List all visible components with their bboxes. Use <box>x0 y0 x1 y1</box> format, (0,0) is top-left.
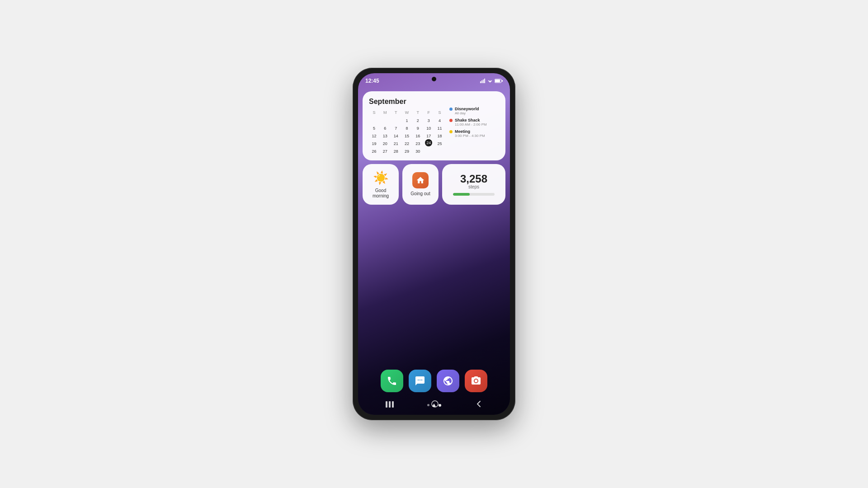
cal-day-7: 7 <box>391 124 401 131</box>
phone-screen: 12:45 September S M T W <box>358 73 510 415</box>
weather-widget[interactable]: ☀️ Good morning <box>363 164 399 205</box>
messages-svg <box>415 375 425 386</box>
calendar-left: September S M T W T F S 1 <box>369 98 445 154</box>
dock-messages-icon[interactable] <box>409 370 431 392</box>
bixby-widget[interactable]: Going out <box>402 164 439 205</box>
cal-day-15: 15 <box>401 131 412 139</box>
event-info-2: Shake Shack 11:00 AM - 2:00 PM <box>455 118 499 127</box>
nav-recents-button[interactable] <box>382 397 397 413</box>
day-header-f: F <box>424 109 434 116</box>
nav-back-button[interactable] <box>472 396 486 414</box>
wifi-icon <box>487 79 493 83</box>
event-disneyworld: Disneyworld All day <box>449 107 499 115</box>
day-header-m: M <box>380 109 390 116</box>
event-time-2: 11:00 AM - 2:00 PM <box>455 122 499 127</box>
svg-point-11 <box>432 401 438 407</box>
cal-day-19: 19 <box>369 139 379 146</box>
svg-rect-1 <box>481 80 482 83</box>
cal-day-8: 8 <box>401 124 412 131</box>
cal-day-27: 27 <box>380 147 390 154</box>
svg-rect-9 <box>389 401 391 408</box>
cal-day-1: 1 <box>401 116 412 123</box>
cal-day-17: 17 <box>424 131 434 139</box>
event-time-3: 3:00 PM - 4:30 PM <box>455 134 499 138</box>
event-info-3: Meeting 3:00 PM - 4:30 PM <box>455 129 499 138</box>
day-header-t2: T <box>413 109 423 116</box>
cal-empty-3 <box>391 116 401 123</box>
cal-day-11: 11 <box>434 124 445 131</box>
cal-day-26: 26 <box>369 147 379 154</box>
recents-svg <box>386 401 394 408</box>
status-bar: 12:45 <box>358 73 510 86</box>
home-content: September S M T W T F S 1 <box>358 87 510 415</box>
day-header-t1: T <box>391 109 401 116</box>
event-title-3: Meeting <box>455 129 499 134</box>
event-dot-1 <box>449 108 453 111</box>
widgets-row: ☀️ Good morning Going out 3,258 steps <box>363 164 505 205</box>
battery-icon <box>495 79 503 83</box>
cal-day-6: 6 <box>380 124 390 131</box>
camera-svg <box>471 375 481 386</box>
bixby-label: Going out <box>410 191 430 197</box>
sun-icon: ☀️ <box>373 170 389 185</box>
status-time: 12:45 <box>365 78 379 84</box>
cal-day-16: 16 <box>413 131 423 139</box>
home-svg <box>416 176 425 185</box>
dock-browser-icon[interactable] <box>437 370 459 392</box>
cal-day-21: 21 <box>391 139 401 146</box>
cal-day-2: 2 <box>413 116 423 123</box>
cal-empty-4 <box>424 147 434 154</box>
cal-grid: S M T W T F S 1 2 3 4 <box>369 109 445 154</box>
event-title-2: Shake Shack <box>455 118 499 122</box>
cal-day-24-today: 24 <box>425 139 432 146</box>
dock-camera-icon[interactable] <box>465 370 487 392</box>
svg-rect-0 <box>480 81 481 83</box>
cal-day-10: 10 <box>424 124 434 131</box>
cal-day-18: 18 <box>434 131 445 139</box>
svg-rect-6 <box>502 80 503 82</box>
cal-empty-1 <box>369 116 379 123</box>
steps-progress-bar-fill <box>453 193 470 196</box>
svg-point-7 <box>475 380 477 382</box>
cal-day-14: 14 <box>391 131 401 139</box>
event-info-1: Disneyworld All day <box>455 107 499 115</box>
steps-widget[interactable]: 3,258 steps <box>442 164 505 205</box>
svg-rect-3 <box>484 79 485 83</box>
cal-day-28: 28 <box>391 147 401 154</box>
calendar-events: Disneyworld All day Shake Shack 11:00 AM… <box>449 98 499 154</box>
event-dot-2 <box>449 119 453 122</box>
svg-rect-8 <box>386 401 387 408</box>
cal-day-22: 22 <box>401 139 412 146</box>
camera-hole <box>432 77 436 81</box>
event-time-1: All day <box>455 111 499 115</box>
steps-count: 3,258 <box>460 174 487 184</box>
cal-empty-5 <box>434 147 445 154</box>
phone-svg <box>387 375 397 386</box>
home-nav-svg <box>431 400 439 408</box>
calendar-month: September <box>369 98 445 106</box>
event-dot-3 <box>449 130 453 133</box>
cal-day-9: 9 <box>413 124 423 131</box>
event-shakeshack: Shake Shack 11:00 AM - 2:00 PM <box>449 118 499 127</box>
dock-phone-icon[interactable] <box>381 370 403 392</box>
cal-day-4: 4 <box>434 116 445 123</box>
weather-label: Good morning <box>367 188 394 199</box>
cal-day-3: 3 <box>424 116 434 123</box>
signal-icon <box>480 79 486 83</box>
cal-day-13: 13 <box>380 131 390 139</box>
cal-empty-2 <box>380 116 390 123</box>
calendar-widget[interactable]: September S M T W T F S 1 <box>363 91 505 160</box>
cal-day-29: 29 <box>401 147 412 154</box>
back-svg <box>476 400 482 408</box>
svg-rect-2 <box>483 80 484 83</box>
phone-device: 12:45 September S M T W <box>353 68 515 420</box>
app-dock <box>381 370 487 392</box>
day-header-w: W <box>401 109 412 116</box>
cal-day-25: 25 <box>434 139 445 146</box>
bixby-home-icon <box>412 172 429 188</box>
nav-home-button[interactable] <box>427 396 443 414</box>
steps-label: steps <box>468 184 479 189</box>
svg-rect-5 <box>495 80 500 82</box>
svg-rect-10 <box>392 401 394 408</box>
cal-day-30: 30 <box>413 147 423 154</box>
